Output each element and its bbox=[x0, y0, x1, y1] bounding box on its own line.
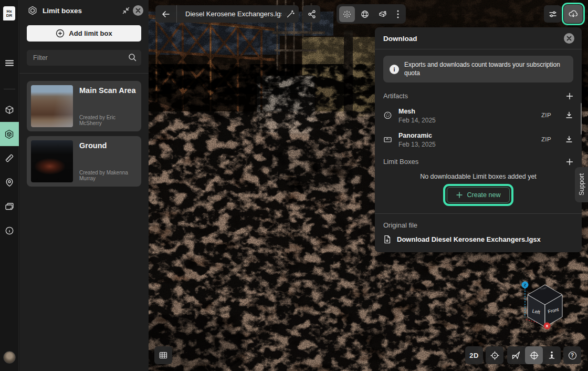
artifact-date: Feb 14, 2025 bbox=[398, 117, 535, 124]
rail-item-model[interactable] bbox=[0, 98, 19, 122]
grid-view-button[interactable] bbox=[154, 346, 172, 364]
download-button[interactable] bbox=[564, 5, 583, 23]
add-artifact-icon[interactable] bbox=[566, 92, 573, 100]
card-meta: Created by Makenna Murray bbox=[79, 170, 137, 182]
main-menu-icon[interactable] bbox=[0, 51, 19, 75]
artifact-date: Feb 13, 2025 bbox=[398, 141, 535, 148]
download-panel-title: Download bbox=[383, 35, 417, 43]
filter-settings-button[interactable] bbox=[544, 5, 561, 23]
location-pin-icon bbox=[5, 178, 14, 187]
download-button-highlight bbox=[562, 3, 585, 25]
limit-boxes-section-label: Limit Boxes bbox=[383, 158, 418, 166]
limit-box-card-main-scan-area[interactable]: Main Scan Area Created by Eric McSherry bbox=[27, 81, 141, 131]
original-file-label: Original file bbox=[383, 221, 573, 229]
rail-item-media[interactable] bbox=[0, 194, 19, 219]
add-limit-box-button[interactable]: Add limit box bbox=[27, 25, 141, 42]
collapse-panel-icon[interactable] bbox=[119, 4, 133, 17]
viewer-titlebar: Diesel Kerosene Exchangers.lgsx bbox=[155, 5, 296, 23]
close-download-panel-icon[interactable] bbox=[564, 33, 574, 44]
orbit-navigation-button[interactable] bbox=[525, 346, 543, 364]
download-panel: Download i Exports and downloads count t… bbox=[375, 27, 582, 252]
limit-box-icon bbox=[28, 6, 37, 15]
limit-boxes-empty-text: No downloadable Limit boxes added yet bbox=[375, 173, 582, 180]
hxdr-app: Hx DR Limit boxes bbox=[0, 0, 588, 371]
help-button[interactable]: ? bbox=[563, 346, 581, 364]
media-icon bbox=[5, 202, 14, 211]
info-icon: i bbox=[390, 65, 399, 74]
svg-text:X: X bbox=[545, 324, 549, 328]
info-icon bbox=[5, 226, 14, 235]
plus-icon bbox=[456, 192, 463, 198]
card-title: Ground bbox=[79, 141, 137, 150]
point-cloud-view-button[interactable] bbox=[339, 6, 355, 22]
rail-item-info[interactable] bbox=[0, 219, 19, 243]
rail-item-measure[interactable] bbox=[0, 146, 19, 170]
add-limit-box-download-icon[interactable] bbox=[566, 158, 573, 166]
tool-rail: Hx DR bbox=[0, 0, 19, 371]
support-tab[interactable]: Support bbox=[575, 167, 588, 202]
artifact-format: ZIP bbox=[541, 136, 551, 142]
magic-wand-button[interactable] bbox=[281, 5, 299, 23]
panel-divider bbox=[375, 213, 582, 214]
filter-input[interactable] bbox=[27, 50, 141, 66]
download-original-file-link[interactable]: Download Diesel Kerosene Exchangers.lgsx bbox=[383, 235, 573, 244]
fly-navigation-button[interactable] bbox=[507, 346, 525, 364]
navigation-cube[interactable]: Top Left Front Z X bbox=[520, 279, 570, 331]
card-title: Main Scan Area bbox=[79, 86, 137, 95]
rail-item-limit-boxes[interactable] bbox=[0, 122, 19, 146]
search-icon bbox=[128, 53, 137, 62]
card-meta: Created by Eric McSherry bbox=[79, 115, 137, 127]
artifact-name: Mesh bbox=[398, 108, 415, 115]
limit-box-icon bbox=[4, 129, 14, 139]
mesh-artifact-icon bbox=[383, 111, 392, 120]
create-new-button[interactable]: Create new bbox=[447, 187, 510, 203]
artifact-name: Panoramic bbox=[398, 132, 432, 139]
help-glyph: ? bbox=[571, 353, 574, 358]
walk-navigation-button[interactable] bbox=[543, 346, 561, 364]
file-download-icon bbox=[383, 235, 391, 244]
recenter-button[interactable] bbox=[486, 346, 503, 364]
artifact-row-mesh: Mesh Feb 14, 2025 ZIP bbox=[383, 106, 573, 124]
plus-circle-icon bbox=[56, 29, 65, 38]
download-artifact-icon[interactable] bbox=[565, 111, 573, 119]
panoramic-artifact-icon bbox=[383, 135, 392, 144]
rail-item-locations[interactable] bbox=[0, 170, 19, 194]
measure-icon bbox=[5, 153, 14, 163]
2d-mode-button[interactable]: 2D bbox=[465, 346, 483, 364]
point-cloud-viewport[interactable]: Diesel Kerosene Exchangers.lgsx bbox=[149, 0, 588, 371]
panorama-view-button[interactable] bbox=[375, 6, 391, 22]
share-button[interactable] bbox=[303, 5, 320, 23]
limit-box-card-ground[interactable]: Ground Created by Makenna Murray bbox=[27, 136, 141, 187]
download-artifact-icon[interactable] bbox=[565, 135, 573, 143]
more-options-button[interactable] bbox=[393, 6, 403, 22]
card-thumbnail bbox=[31, 85, 73, 127]
rail-divider bbox=[4, 89, 15, 89]
artifact-format: ZIP bbox=[541, 112, 551, 118]
artifacts-section-label: Artifacts bbox=[383, 92, 408, 100]
card-thumbnail bbox=[31, 140, 73, 182]
quota-notice: i Exports and downloads count towards yo… bbox=[383, 56, 573, 83]
user-avatar[interactable] bbox=[3, 351, 16, 364]
hxdr-logo[interactable]: Hx DR bbox=[3, 6, 15, 20]
back-button[interactable] bbox=[155, 5, 176, 23]
artifact-row-panoramic: Panoramic Feb 13, 2025 ZIP bbox=[383, 130, 573, 148]
navigation-mode-group bbox=[507, 346, 561, 364]
svg-text:Z: Z bbox=[524, 283, 527, 287]
mesh-view-button[interactable] bbox=[357, 6, 373, 22]
view-mode-group bbox=[337, 4, 406, 24]
model-cube-icon bbox=[5, 105, 14, 115]
close-panel-icon[interactable] bbox=[133, 5, 143, 16]
panel-title: Limit boxes bbox=[43, 7, 119, 15]
panel-scrollbar[interactable] bbox=[581, 103, 582, 135]
limit-boxes-panel: Limit boxes Add limit box Main Scan Area… bbox=[19, 0, 149, 371]
document-title: Diesel Kerosene Exchangers.lgsx bbox=[177, 10, 296, 18]
